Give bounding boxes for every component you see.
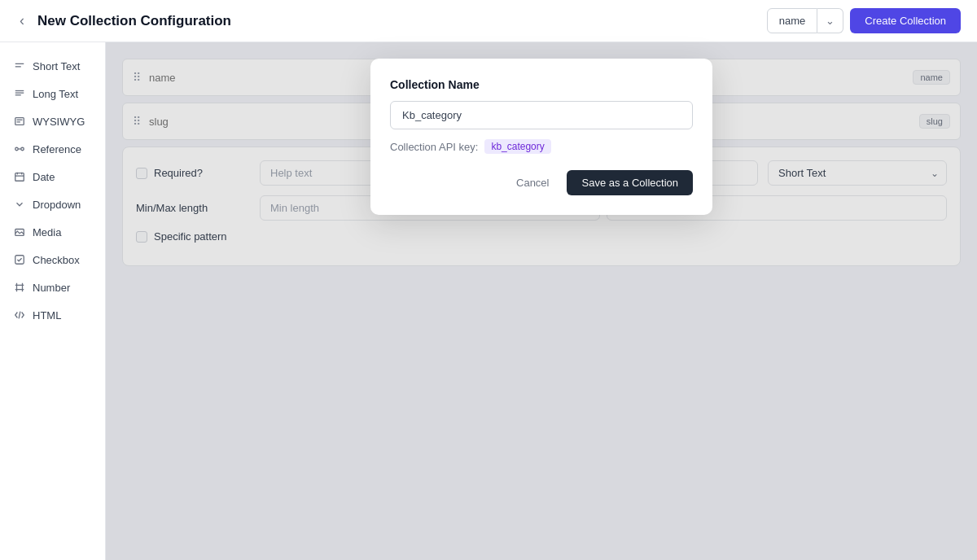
wysiwyg-icon bbox=[13, 115, 26, 128]
sidebar-item-checkbox[interactable]: Checkbox bbox=[0, 246, 105, 273]
media-icon bbox=[13, 225, 26, 238]
sidebar-item-dropdown[interactable]: Dropdown bbox=[0, 190, 105, 218]
page-title: New Collection Configuration bbox=[37, 13, 231, 29]
name-label: name bbox=[779, 15, 806, 27]
sidebar-label-reference: Reference bbox=[33, 143, 81, 155]
dialog-actions: Cancel Save as a Collection bbox=[390, 170, 693, 195]
checkbox-icon bbox=[13, 253, 26, 266]
name-dropdown-button[interactable]: name bbox=[767, 8, 818, 33]
svg-rect-5 bbox=[15, 118, 24, 125]
collection-name-dialog: Collection Name Collection API key: kb_c… bbox=[370, 59, 712, 215]
sidebar-label-dropdown: Dropdown bbox=[33, 199, 81, 211]
main-layout: Short Text Long Text WYSIWYG bbox=[0, 42, 977, 560]
sidebar-label-short-text: Short Text bbox=[33, 60, 80, 72]
sidebar-label-number: Number bbox=[33, 282, 70, 294]
save-collection-button[interactable]: Save as a Collection bbox=[567, 170, 693, 195]
sidebar-item-media[interactable]: Media bbox=[0, 218, 105, 246]
svg-rect-11 bbox=[15, 173, 24, 182]
short-text-icon bbox=[13, 59, 26, 72]
content-area: ⠿ name ⠿ slug Required? Short Text bbox=[106, 42, 977, 560]
reference-icon bbox=[13, 142, 26, 155]
topbar: ‹ New Collection Configuration name ⌄ Cr… bbox=[0, 0, 977, 42]
topbar-right: name ⌄ Create Collection bbox=[767, 8, 961, 33]
html-icon bbox=[13, 308, 26, 322]
sidebar-label-media: Media bbox=[33, 226, 61, 238]
sidebar-label-wysiwyg: WYSIWYG bbox=[33, 116, 85, 128]
sidebar-item-wysiwyg[interactable]: WYSIWYG bbox=[0, 107, 105, 135]
sidebar-item-number[interactable]: Number bbox=[0, 273, 105, 301]
sidebar-item-short-text[interactable]: Short Text bbox=[0, 52, 105, 80]
topbar-left: ‹ New Collection Configuration bbox=[16, 9, 231, 33]
dialog-overlay: Collection Name Collection API key: kb_c… bbox=[106, 42, 977, 560]
svg-line-21 bbox=[19, 312, 20, 319]
svg-point-8 bbox=[15, 147, 19, 151]
sidebar-item-date[interactable]: Date bbox=[0, 163, 105, 190]
dialog-title: Collection Name bbox=[390, 78, 693, 91]
sidebar-label-date: Date bbox=[33, 171, 55, 183]
dialog-api-row: Collection API key: kb_category bbox=[390, 139, 693, 154]
dropdown-chevron-button[interactable]: ⌄ bbox=[817, 8, 843, 33]
cancel-button[interactable]: Cancel bbox=[505, 170, 560, 195]
collection-name-input[interactable] bbox=[390, 101, 693, 129]
long-text-icon bbox=[13, 87, 26, 100]
sidebar-label-long-text: Long Text bbox=[33, 88, 78, 100]
sidebar-item-html[interactable]: HTML bbox=[0, 301, 105, 329]
date-icon bbox=[13, 170, 26, 183]
sidebar: Short Text Long Text WYSIWYG bbox=[0, 42, 106, 560]
back-button[interactable]: ‹ bbox=[16, 9, 28, 33]
number-icon bbox=[13, 281, 26, 294]
sidebar-item-long-text[interactable]: Long Text bbox=[0, 80, 105, 107]
api-key-badge: kb_category bbox=[484, 139, 550, 154]
api-key-label: Collection API key: bbox=[390, 141, 478, 153]
create-collection-button[interactable]: Create Collection bbox=[850, 8, 961, 33]
svg-point-9 bbox=[21, 147, 24, 151]
dropdown-icon bbox=[13, 198, 26, 211]
sidebar-item-reference[interactable]: Reference bbox=[0, 135, 105, 163]
sidebar-label-checkbox: Checkbox bbox=[33, 254, 80, 266]
sidebar-label-html: HTML bbox=[33, 309, 61, 322]
